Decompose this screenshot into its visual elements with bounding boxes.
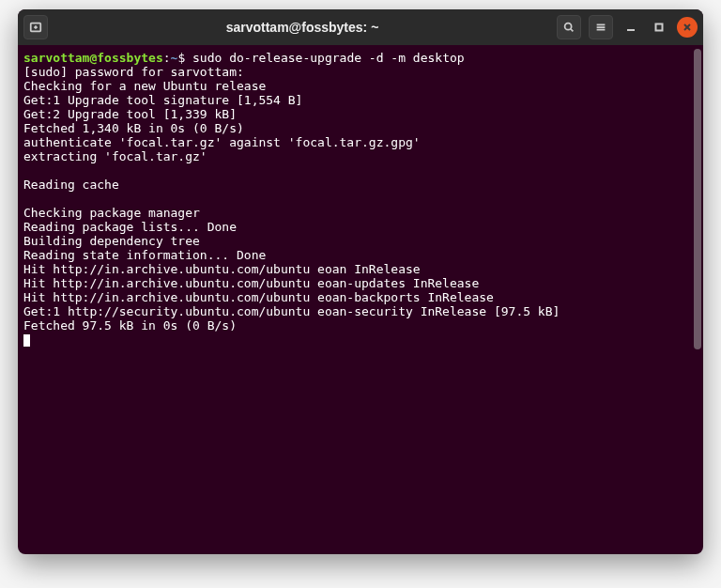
output-line: Get:2 Upgrade tool [1,339 kB] [23, 107, 237, 121]
output-line: authenticate 'focal.tar.gz' against 'foc… [23, 135, 421, 149]
prompt-symbol: $ [177, 51, 192, 65]
output-line: [sudo] password for sarvottam: [23, 65, 244, 79]
scrollbar[interactable] [694, 49, 701, 349]
output-line: Hit http://in.archive.ubuntu.com/ubuntu … [23, 290, 494, 304]
prompt-separator: : [163, 51, 171, 65]
output-line: Checking for a new Ubuntu release [23, 79, 266, 93]
output-line: Hit http://in.archive.ubuntu.com/ubuntu … [23, 262, 421, 276]
output-line: Reading state information... Done [23, 248, 266, 262]
command-text: sudo do-release-upgrade -d -m desktop [192, 51, 465, 65]
window-title: sarvottam@fossbytes: ~ [48, 20, 557, 35]
output-line: Fetched 1,340 kB in 0s (0 B/s) [23, 121, 244, 135]
close-button[interactable] [677, 17, 698, 38]
output-line: Hit http://in.archive.ubuntu.com/ubuntu … [23, 276, 479, 290]
output-line: Reading package lists... Done [23, 220, 237, 234]
output-line: extracting 'focal.tar.gz' [23, 149, 207, 163]
menu-button[interactable] [589, 15, 613, 39]
minimize-button[interactable] [621, 17, 641, 38]
svg-rect-9 [656, 24, 663, 31]
terminal-window: sarvottam@fossbytes: ~ sarvottam@fossbyt… [18, 9, 703, 554]
maximize-button[interactable] [649, 17, 669, 38]
output-line: Get:1 Upgrade tool signature [1,554 B] [23, 93, 302, 107]
titlebar-left [23, 15, 48, 39]
output-line: Fetched 97.5 kB in 0s (0 B/s) [23, 318, 237, 333]
svg-line-4 [571, 29, 574, 32]
search-button[interactable] [557, 15, 581, 39]
terminal-content: sarvottam@fossbytes:~$ sudo do-release-u… [23, 51, 698, 347]
prompt-user-host: sarvottam@fossbytes [23, 51, 163, 65]
output-line: Checking package manager [23, 206, 200, 220]
titlebar-right [557, 15, 698, 39]
new-tab-button[interactable] [23, 15, 48, 39]
output-line: Reading cache [23, 178, 119, 192]
output-line: Get:1 http://security.ubuntu.com/ubuntu … [23, 304, 560, 318]
output-line: Building dependency tree [23, 234, 200, 248]
terminal-body[interactable]: sarvottam@fossbytes:~$ sudo do-release-u… [18, 45, 703, 554]
titlebar: sarvottam@fossbytes: ~ [18, 9, 703, 45]
cursor-icon [23, 334, 30, 347]
svg-point-3 [565, 23, 572, 30]
